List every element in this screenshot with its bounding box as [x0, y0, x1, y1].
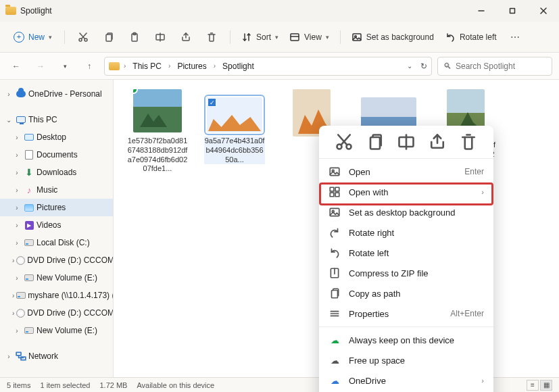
file-item[interactable]: 1e573b7f2ba0d8167483188db912dfa7e0974d6f… — [127, 89, 188, 174]
ctx-free-up-space[interactable]: ☁Free up space — [319, 350, 493, 370]
copy-button[interactable] — [97, 26, 120, 48]
sidebar-item-dvd-d[interactable]: ›DVD Drive (D:) CCCOMA — [0, 251, 113, 269]
crumb-pictures[interactable]: Pictures — [174, 60, 209, 72]
refresh-button[interactable]: ↻ — [420, 62, 427, 71]
ctx-rename-button[interactable] — [397, 134, 416, 150]
svg-rect-32 — [330, 208, 339, 216]
cut-button[interactable] — [72, 26, 95, 48]
ctx-compress-zip[interactable]: Compress to ZIP file — [319, 263, 493, 283]
sidebar-label: DVD Drive (D:) CCCOMA — [27, 308, 114, 318]
delete-button[interactable] — [200, 26, 223, 48]
sidebar-item-local-c[interactable]: ›Local Disk (C:) — [0, 234, 113, 251]
ctx-cut-button[interactable] — [335, 134, 354, 150]
svg-rect-31 — [335, 193, 339, 197]
sidebar-item-pictures[interactable]: ›Pictures — [0, 199, 113, 216]
forward-button[interactable]: → — [31, 57, 50, 76]
ctx-label: Free up space — [349, 356, 405, 366]
sidebar-label: Downloads — [37, 168, 76, 177]
ctx-rotate-left[interactable]: Rotate left — [319, 243, 493, 263]
sidebar-item-desktop[interactable]: ›Desktop — [0, 128, 113, 146]
maximize-button[interactable] — [497, 0, 528, 22]
rotate-left-button[interactable]: Rotate left — [441, 29, 501, 45]
ctx-copy-path[interactable]: Copy as path — [319, 283, 493, 303]
address-bar[interactable]: › This PC › Pictures › Spotlight ⌄ ↻ — [104, 57, 432, 76]
ctx-label: Compress to ZIP file — [349, 268, 429, 278]
details-view-button[interactable]: ≡ — [527, 380, 539, 391]
ctx-shortcut: Enter — [464, 167, 484, 176]
new-button[interactable]: + New ▾ — [8, 29, 57, 45]
ctx-share-button[interactable] — [428, 134, 447, 150]
ctx-label: Set as desktop background — [349, 207, 456, 218]
search-input[interactable] — [456, 62, 546, 71]
sidebar-item-network[interactable]: ›Network — [0, 347, 113, 365]
ctx-open[interactable]: OpenEnter — [319, 162, 493, 182]
chevron-right-icon: › — [167, 62, 172, 70]
ctx-label: OneDrive — [349, 376, 386, 386]
ctx-delete-button[interactable] — [459, 134, 478, 150]
svg-rect-36 — [332, 291, 338, 298]
sidebar-item-documents[interactable]: ›Documents — [0, 146, 113, 164]
chevron-down-icon: ▾ — [49, 34, 52, 41]
view-icon — [289, 32, 300, 43]
file-item-selected[interactable]: ✓ 9a5a77e4b431a0fb44964dc6bb35650a... — [204, 89, 265, 174]
ctx-label: Open — [349, 167, 370, 177]
sidebar-label: Pictures — [37, 203, 66, 212]
ctx-set-desktop-background[interactable]: Set as desktop background — [319, 202, 493, 222]
up-button[interactable]: ↑ — [80, 57, 99, 76]
more-button[interactable]: ⋯ — [504, 26, 527, 48]
ctx-onedrive[interactable]: ☁OneDrive› — [319, 370, 493, 391]
sidebar-item-dvd-d2[interactable]: ›DVD Drive (D:) CCCOMA — [0, 304, 113, 322]
ctx-copy-button[interactable] — [366, 134, 385, 150]
svg-rect-8 — [106, 34, 112, 41]
cloud-check-icon: ☁ — [329, 335, 341, 345]
sidebar-item-videos[interactable]: ›▶Videos — [0, 216, 113, 234]
ctx-always-keep[interactable]: ☁Always keep on this device — [319, 330, 493, 350]
set-background-button[interactable]: Set as background — [347, 29, 438, 45]
view-label: View — [304, 32, 322, 42]
file-pane[interactable]: 1e573b7f2ba0d8167483188db912dfa7e0974d6f… — [114, 80, 559, 377]
new-label: New — [28, 32, 45, 42]
sidebar-item-new-volume-e2[interactable]: ›New Volume (E:) — [0, 322, 113, 339]
sort-button[interactable]: Sort ▾ — [237, 29, 283, 45]
crumb-spotlight[interactable]: Spotlight — [220, 60, 257, 72]
close-button[interactable] — [528, 0, 559, 22]
sidebar-item-thispc[interactable]: ⌄This PC — [0, 111, 113, 128]
zip-icon — [329, 267, 341, 279]
sidebar-item-downloads[interactable]: ›⬇Downloads — [0, 164, 113, 181]
svg-rect-13 — [291, 34, 299, 41]
chevron-right-icon: › — [481, 376, 484, 385]
rename-button[interactable] — [149, 26, 172, 48]
nav-row: ← → ▾ ↑ › This PC › Pictures › Spotlight… — [0, 53, 559, 80]
sidebar-label: Videos — [37, 220, 61, 230]
rotate-left-icon — [329, 247, 341, 259]
open-with-icon — [329, 186, 341, 198]
sidebar-item-linux[interactable]: ⌄Linux — [0, 373, 113, 377]
back-button[interactable]: ← — [7, 57, 26, 76]
chevron-down-icon[interactable]: ⌄ — [407, 62, 412, 70]
sort-label: Sort — [256, 32, 271, 42]
view-button[interactable]: View ▾ — [285, 29, 333, 45]
ctx-properties[interactable]: PropertiesAlt+Enter — [319, 303, 493, 324]
paste-button[interactable] — [123, 26, 146, 48]
ctx-shortcut: Alt+Enter — [450, 309, 484, 318]
status-item-count: 5 items — [7, 381, 30, 389]
sidebar-item-music[interactable]: ›♪Music — [0, 181, 113, 199]
sidebar-item-onedrive[interactable]: ›OneDrive - Personal — [0, 85, 113, 103]
thumbnails-view-button[interactable]: ▦ — [540, 380, 552, 391]
share-button[interactable] — [174, 26, 197, 48]
status-selected: 1 item selected — [40, 381, 90, 389]
minimize-button[interactable] — [466, 0, 497, 22]
search-box[interactable]: 🔍︎ — [437, 57, 552, 76]
recent-dropdown[interactable]: ▾ — [55, 57, 74, 76]
sidebar-item-myshare[interactable]: ›myshare (\\10.1.4.173) ( — [0, 287, 113, 304]
toolbar: + New ▾ Sort ▾ View ▾ Set as background … — [0, 22, 559, 53]
sidebar-label: New Volume (E:) — [37, 273, 97, 283]
crumb-thispc[interactable]: This PC — [130, 60, 164, 72]
plus-icon: + — [14, 32, 24, 43]
chevron-down-icon: ▾ — [275, 34, 278, 41]
ctx-rotate-right[interactable]: Rotate right — [319, 222, 493, 243]
ctx-label: Copy as path — [349, 289, 401, 299]
sidebar-item-new-volume-e[interactable]: ›New Volume (E:) — [0, 269, 113, 287]
onedrive-icon: ☁ — [329, 376, 341, 386]
ctx-open-with[interactable]: Open with› — [319, 182, 493, 202]
